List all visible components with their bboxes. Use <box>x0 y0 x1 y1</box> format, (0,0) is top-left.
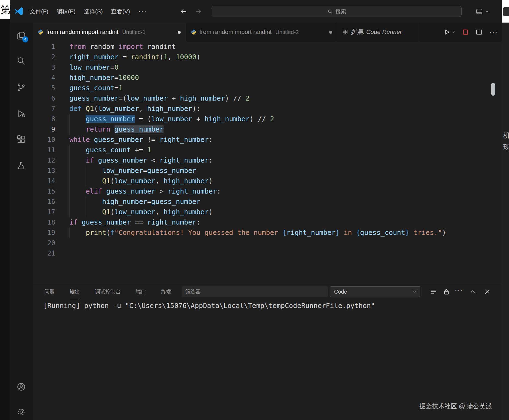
line-number[interactable]: 9 <box>33 124 69 135</box>
code-token: randint <box>131 53 159 61</box>
code-token: guess_number <box>115 125 164 133</box>
layout-icon[interactable] <box>476 8 483 15</box>
menu-selection[interactable]: 选择(S) <box>80 5 106 17</box>
menu-file[interactable]: 文件(F) <box>26 5 52 17</box>
tab-untitled-2[interactable]: from random import randint Untitled-2 <box>186 23 337 42</box>
line-number[interactable]: 14 <box>33 176 69 186</box>
search-view-icon[interactable] <box>17 56 26 66</box>
code-line[interactable]: if guess_number < right_number: <box>69 155 502 166</box>
menu-more-icon[interactable]: ··· <box>135 5 150 18</box>
line-number[interactable]: 21 <box>33 248 69 259</box>
code-token: } <box>405 229 409 237</box>
line-number[interactable]: 7 <box>33 104 69 114</box>
code-line[interactable]: Q1(low_number, high_number) <box>69 176 502 186</box>
code-line[interactable]: high_number=10000 <box>69 73 502 83</box>
menu-edit[interactable]: 编辑(E) <box>53 5 79 17</box>
run-debug-icon[interactable] <box>17 109 26 118</box>
line-number[interactable]: 18 <box>33 217 69 228</box>
indent-guide <box>69 166 70 176</box>
more-actions-icon[interactable]: ··· <box>489 28 498 36</box>
line-number[interactable]: 8 <box>33 114 69 124</box>
line-number[interactable]: 6 <box>33 93 69 104</box>
code-token: = <box>115 74 119 82</box>
tab-code-runner-extension[interactable]: 扩展: Code Runner <box>337 23 418 42</box>
tab-title: from random import randint <box>199 29 272 36</box>
modified-dot-icon[interactable] <box>178 31 181 34</box>
source-control-icon[interactable] <box>17 83 26 92</box>
menu-view[interactable]: 查看(V) <box>107 5 134 17</box>
line-number[interactable]: 5 <box>33 83 69 93</box>
navigate-back-icon[interactable] <box>180 0 188 23</box>
output-filter-input[interactable] <box>182 286 328 297</box>
account-icon[interactable] <box>17 382 26 391</box>
scroll-lock-icon[interactable] <box>443 288 450 295</box>
line-number[interactable]: 12 <box>33 155 69 166</box>
maximize-panel-icon[interactable] <box>469 288 477 295</box>
explorer-icon[interactable]: 4 <box>17 31 26 40</box>
sash-handle[interactable] <box>491 83 495 96</box>
code-line[interactable]: guess_count=1 <box>69 83 502 93</box>
close-panel-icon[interactable] <box>483 288 491 295</box>
code-line[interactable] <box>69 238 502 248</box>
panel-more-actions-icon[interactable]: ··· <box>455 286 462 294</box>
code-token: ): <box>192 105 200 113</box>
line-number[interactable]: 10 <box>33 135 69 145</box>
code-token: right_number <box>168 187 217 195</box>
code-line[interactable] <box>69 248 502 259</box>
panel-tab-output[interactable]: 输出 <box>70 284 80 299</box>
code-token: f <box>110 229 115 237</box>
output-channel-value: Code <box>330 289 347 295</box>
code-token: != <box>143 136 159 144</box>
navigate-forward-icon[interactable] <box>194 0 202 23</box>
split-editor-icon[interactable] <box>476 29 483 36</box>
code-line[interactable]: print(f"Congratulations! You guessed the… <box>69 228 502 238</box>
code-line[interactable]: def Q1(low_number, high_number): <box>69 104 502 114</box>
gutter[interactable]: 123456789101112131415161718192021 <box>33 42 69 259</box>
testing-icon[interactable] <box>17 161 26 170</box>
code-line[interactable]: right_number = randint(1, 10000) <box>69 52 502 62</box>
run-code-button[interactable] <box>443 29 455 36</box>
code-line[interactable]: if guess_number == right_number: <box>69 217 502 228</box>
line-number[interactable]: 4 <box>33 73 69 83</box>
code-line[interactable]: high_number=guess_number <box>69 197 502 207</box>
code-line[interactable]: from random import randint <box>69 42 502 52</box>
line-number[interactable]: 3 <box>33 62 69 73</box>
code-editor[interactable]: 123456789101112131415161718192021 from r… <box>33 42 502 284</box>
line-number[interactable]: 19 <box>33 228 69 238</box>
line-number[interactable]: 16 <box>33 197 69 207</box>
code-line[interactable]: Q1(low_number, high_number) <box>69 207 502 217</box>
line-number[interactable]: 17 <box>33 207 69 217</box>
line-number[interactable]: 1 <box>33 42 69 52</box>
tab-detail: Untitled-1 <box>122 29 146 35</box>
code-token: high_number <box>205 115 250 123</box>
panel-tab-terminal[interactable]: 终端 <box>161 284 171 299</box>
line-number[interactable]: 11 <box>33 145 69 155</box>
code-line[interactable]: low_number=guess_number <box>69 166 502 176</box>
chevron-down-icon[interactable] <box>485 9 489 14</box>
panel-tab-debug-console[interactable]: 调试控制台 <box>95 284 121 299</box>
panel-tab-problems[interactable]: 问题 <box>44 284 55 299</box>
code-line[interactable]: elif guess_number > right_number: <box>69 186 502 197</box>
line-number[interactable]: 15 <box>33 186 69 197</box>
tab-untitled-1[interactable]: from random import randint Untitled-1 <box>33 23 186 42</box>
code-line[interactable]: while guess_number != right_number: <box>69 135 502 145</box>
output-lines-icon[interactable] <box>430 288 437 295</box>
code-line[interactable]: guess_count += 1 <box>69 145 502 155</box>
code-lines[interactable]: from random import randintright_number =… <box>69 42 502 259</box>
run-dropdown-chevron-icon[interactable] <box>451 30 455 34</box>
code-line[interactable]: low_number=0 <box>69 62 502 73</box>
settings-gear-icon[interactable] <box>17 407 26 417</box>
code-line[interactable]: guess_number=(low_number + high_number) … <box>69 93 502 104</box>
command-center-search[interactable]: 搜索 <box>212 6 462 17</box>
code-token: right_number <box>286 229 336 237</box>
panel-tab-ports[interactable]: 端口 <box>136 284 146 299</box>
line-number[interactable]: 20 <box>33 238 69 248</box>
extensions-icon[interactable] <box>17 135 26 144</box>
output-channel-select[interactable]: Code <box>330 286 420 297</box>
line-number[interactable]: 13 <box>33 166 69 176</box>
modified-dot-icon[interactable] <box>329 31 332 34</box>
stop-button[interactable] <box>462 29 469 36</box>
code-line[interactable]: guess_number = (low_number + high_number… <box>69 114 502 124</box>
code-line[interactable]: return guess_number <box>69 124 502 135</box>
line-number[interactable]: 2 <box>33 52 69 62</box>
